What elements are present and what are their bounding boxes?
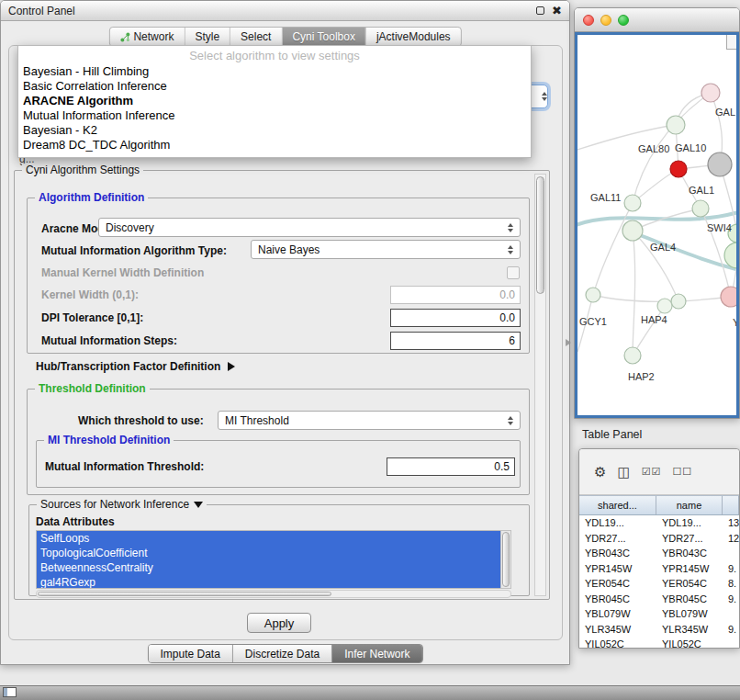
mi-threshold-label: Mutual Information Threshold: (45, 460, 204, 473)
graph-node[interactable] (701, 84, 720, 102)
attribute-item[interactable]: TopologicalCoefficient (37, 546, 500, 560)
attribute-item[interactable]: SelfLoops (37, 531, 500, 546)
cell-value: 9. (723, 592, 739, 607)
mi-type-select[interactable]: Naive Bayes (251, 240, 521, 259)
collapsed-arrow-icon (228, 362, 235, 371)
graph-node-label: GCY1 (579, 316, 607, 327)
attributes-list-hscrollbar[interactable] (36, 590, 511, 598)
algorithm-option[interactable]: Dream8 DC_TDC Algorithm (18, 138, 531, 152)
algorithm-option[interactable]: Mutual Information Inference (18, 108, 531, 123)
graph-node[interactable] (692, 200, 709, 217)
select-all-icon[interactable]: ☑☑ (642, 467, 662, 477)
graph-node[interactable] (624, 347, 641, 364)
combo-arrows-icon (542, 92, 547, 101)
window-title: Control Panel (8, 5, 75, 17)
hub-definition-toggle[interactable]: Hub/Transcription Factor Definition (36, 360, 235, 373)
graph-node[interactable] (624, 195, 641, 211)
dpi-tolerance-input[interactable]: 0.0 (390, 309, 521, 327)
cell-shared-name: YDR27... (579, 531, 656, 547)
cell-name: YBR045C (656, 592, 723, 607)
sources-group-title[interactable]: Sources for Network Inference (37, 498, 207, 511)
tab-select[interactable]: Select (230, 28, 282, 46)
graph-node[interactable] (622, 220, 643, 241)
mi-steps-input[interactable]: 6 (390, 332, 521, 350)
tab-impute-data[interactable]: Impute Data (148, 645, 232, 662)
algorithm-option[interactable]: Basic Correlation Inference (18, 79, 531, 94)
columns-icon[interactable]: ◫ (617, 465, 630, 479)
graph-node-label: HAP2 (628, 371, 655, 382)
close-traffic-light[interactable] (583, 15, 594, 26)
close-icon[interactable]: ✖ (552, 5, 562, 17)
table-row[interactable]: YIL052CYIL052C (579, 637, 739, 648)
control-panel-titlebar[interactable]: Control Panel ✖ (1, 1, 569, 21)
graph-node[interactable] (586, 288, 600, 302)
column-header[interactable]: shared... (579, 496, 656, 514)
table-row[interactable]: YBR045CYBR045C9. (579, 592, 739, 607)
mi-threshold-group-title: MI Threshold Definition (44, 434, 174, 446)
algorithm-option[interactable]: Bayesian - K2 (18, 123, 531, 138)
apply-button[interactable]: Apply (247, 613, 311, 633)
graph-edge (633, 231, 635, 356)
data-attributes-label: Data Attributes (36, 515, 115, 528)
table-row[interactable]: YBR043CYBR043C (579, 546, 739, 561)
table-row[interactable]: YER054CYER054C8. (579, 576, 739, 592)
graph-node[interactable] (667, 116, 685, 134)
graph-node[interactable] (724, 243, 736, 268)
table-row[interactable]: YDL19...YDL19...13 (579, 515, 739, 531)
table-row[interactable]: YLR345WYLR345W9. (579, 622, 739, 638)
cell-value: 13 (723, 515, 739, 531)
graph-node[interactable] (670, 161, 687, 177)
graph-node-label: HAP4 (641, 314, 667, 325)
network-icon (119, 32, 129, 42)
graph-node[interactable] (708, 152, 732, 176)
network-window-titlebar[interactable] (575, 8, 739, 32)
cell-shared-name: YLR345W (579, 622, 656, 638)
tab-label: Network (133, 30, 174, 43)
tab-cyni-toolbox[interactable]: Cyni Toolbox (282, 28, 365, 46)
zoom-traffic-light[interactable] (618, 15, 629, 26)
graph-node[interactable] (671, 294, 686, 309)
mi-threshold-input[interactable]: 0.5 (387, 457, 515, 476)
table-row[interactable]: YDR27...YDR27...12 (579, 531, 739, 547)
table-row[interactable]: YBL079WYBL079W (579, 606, 739, 622)
aracne-mode-select[interactable]: Discovery (98, 218, 521, 237)
which-threshold-label: Which threshold to use: (78, 414, 204, 427)
network-canvas[interactable]: GALGAL80GAL10GAL11GAL1SWI4GAL4GCY1HAP4YH… (575, 32, 739, 418)
tab-infer-network[interactable]: Infer Network (332, 645, 421, 662)
table-row[interactable]: YPR145WYPR145W9. (579, 561, 739, 577)
scrollbar-stub[interactable] (726, 35, 736, 50)
gear-icon[interactable]: ⚙ (594, 465, 606, 479)
column-header[interactable]: name (656, 496, 723, 514)
aracne-mode-value: Discovery (106, 221, 154, 234)
minimize-traffic-light[interactable] (600, 15, 611, 26)
attribute-item[interactable]: gal4RGexp (37, 575, 500, 589)
cell-shared-name: YIL052C (579, 637, 656, 648)
graph-node[interactable] (721, 287, 736, 307)
panel-resize-arrow[interactable] (566, 339, 571, 346)
tab-jactivemodules[interactable]: jActiveModules (366, 28, 461, 46)
graph-node-label: SWI4 (707, 222, 732, 233)
manual-kernel-label: Manual Kernel Width Definition (41, 266, 204, 279)
tab-bar: NetworkStyleSelectCyni ToolboxjActiveMod… (108, 27, 461, 47)
attribute-item[interactable]: BetweennessCentrality (37, 560, 500, 575)
tab-network[interactable]: Network (109, 28, 185, 46)
settings-scrollbar-thumb[interactable] (536, 176, 544, 294)
algorithm-option[interactable]: Bayesian - Hill Climbing (18, 64, 531, 79)
algorithm-placeholder: Select algorithm to view settings (18, 48, 531, 64)
attributes-list-scrollbar[interactable] (500, 530, 511, 589)
tab-discretize-data[interactable]: Discretize Data (233, 645, 332, 662)
settings-scrollbar[interactable] (534, 174, 546, 596)
graph-node[interactable] (657, 299, 672, 313)
cell-name: YDL19... (656, 515, 723, 531)
float-window-icon[interactable] (536, 6, 544, 15)
which-threshold-value: MI Threshold (225, 414, 289, 427)
mini-window-icon[interactable] (3, 687, 17, 697)
cell-value (723, 546, 739, 561)
cell-shared-name: YBR043C (579, 546, 656, 561)
tab-style[interactable]: Style (185, 28, 230, 46)
column-header[interactable] (723, 496, 739, 514)
which-threshold-select[interactable]: MI Threshold (218, 411, 521, 430)
graph-node-label: Y (733, 317, 736, 328)
deselect-all-icon[interactable]: ☐☐ (672, 467, 692, 477)
algorithm-option[interactable]: ARACNE Algorithm (18, 94, 531, 108)
